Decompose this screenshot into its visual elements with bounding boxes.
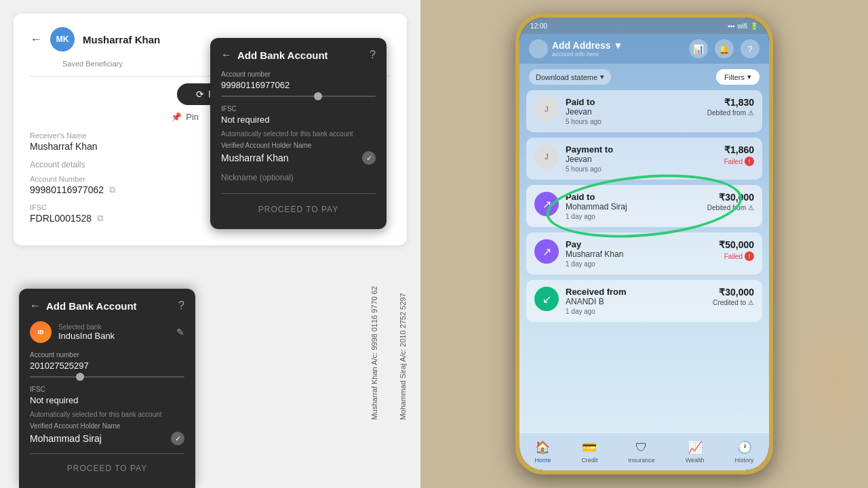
debit-icon-1: ⚠: [748, 109, 754, 117]
tx-amount-1: ₹1,830: [707, 97, 754, 108]
tx-icon-5: ↙: [534, 287, 559, 311]
failed-badge-2: !: [745, 157, 754, 166]
tx-time-3: 1 day ago: [566, 213, 701, 220]
tx-amount-5: ₹30,000: [713, 287, 754, 298]
tx-subtitle-5: ANANDI B: [566, 297, 706, 306]
verified-check-icon: ✓: [362, 151, 376, 165]
download-statement-button[interactable]: Download stateme ▾: [529, 69, 611, 85]
nav-home[interactable]: 🏠 Home: [534, 440, 551, 464]
tx-amount-4: ₹50,000: [719, 239, 754, 250]
ifsc-field-label: IFSC: [221, 105, 376, 113]
filters-button[interactable]: Filters ▾: [716, 69, 760, 85]
phone-app-header: Add Address ▼ account info here 📊 🔔 ?: [519, 34, 769, 64]
bank-selected-row: IB Selected bank IndusInd Bank ✎: [30, 321, 184, 343]
tx-title-4: Pay: [566, 239, 712, 249]
tx-info-4: Pay Musharraf Khan 1 day ago: [566, 239, 712, 268]
copy-account-icon[interactable]: ⧉: [109, 184, 115, 195]
bottom-slider[interactable]: [30, 376, 184, 378]
tx-avatar-2: J: [534, 144, 559, 169]
edit-bank-icon[interactable]: ✎: [176, 327, 184, 338]
avatar: MK: [50, 27, 75, 52]
phone-frame: 12:00 ▪▪▪ wifi 🔋 Ad: [515, 14, 773, 474]
nav-insurance[interactable]: 🛡 Insurance: [628, 441, 655, 464]
verified-row: Musharraf Khan ✓: [221, 151, 376, 165]
app-title: Add Address ▼: [552, 40, 623, 51]
nav-credit[interactable]: 💳 Credit: [581, 440, 597, 464]
wealth-label: Wealth: [686, 457, 705, 464]
user-avatar: [529, 39, 548, 58]
bottom-verified-name: Mohammad Siraj: [30, 433, 102, 444]
account-number-field-label: Account number: [221, 70, 376, 78]
subtitle: account info here: [552, 51, 623, 58]
proceed-pay-button-top[interactable]: PROCEED TO PAY: [221, 201, 376, 218]
tx-info-2: Payment to Jeevan 5 hours ago: [566, 144, 717, 173]
bottom-account-value: 201027525297: [30, 361, 184, 371]
tx-time-1: 5 hours ago: [566, 118, 701, 125]
tx-avatar-1: J: [534, 97, 559, 121]
modal-help-icon[interactable]: ?: [370, 49, 376, 61]
help-icon[interactable]: ?: [741, 39, 760, 58]
verified-name: Musharraf Khan: [221, 152, 289, 163]
wifi-icon: wifi: [738, 22, 747, 30]
transaction-list: J Paid to Jeevan 5 hours ago ₹1,830 Debi…: [519, 90, 769, 322]
credit-icon: 💳: [582, 440, 597, 455]
beneficiary-name: Musharraf Khan: [83, 34, 160, 45]
back-arrow-icon[interactable]: ←: [30, 33, 42, 47]
chart-icon[interactable]: 📊: [689, 39, 708, 58]
bell-icon[interactable]: 🔔: [715, 39, 734, 58]
history-icon: 🕐: [737, 440, 752, 455]
add-bank-modal-top: ← Add Bank Account ? Account number 9998…: [210, 38, 387, 229]
add-bank-modal-bottom: ← Add Bank Account ? IB Selected bank In…: [19, 289, 195, 488]
battery-icon: 🔋: [750, 22, 758, 30]
modal-bottom-help-icon[interactable]: ?: [178, 300, 184, 312]
insurance-label: Insurance: [628, 457, 655, 464]
transaction-item[interactable]: J Paid to Jeevan 5 hours ago ₹1,830 Debi…: [526, 90, 762, 132]
nickname-field[interactable]: Nickname (optional): [221, 173, 376, 182]
selected-bank-name: IndusInd Bank: [58, 331, 170, 341]
pin-label: Pin: [186, 112, 199, 122]
home-icon: 🏠: [535, 440, 550, 455]
pin-button[interactable]: 📌 Pin: [171, 112, 199, 122]
transaction-item[interactable]: ↙ Received from ANANDI B 1 day ago ₹30,0…: [526, 280, 762, 322]
account-slider[interactable]: [221, 96, 376, 97]
header-left: Add Address ▼ account info here: [529, 39, 623, 58]
bottom-verified-row: Mohammad Siraj ✓: [30, 432, 184, 445]
tx-status-4: Failed !: [719, 251, 754, 261]
tx-title-2: Payment to: [566, 144, 717, 155]
modal-bottom-back-icon[interactable]: ←: [30, 300, 41, 312]
modal-back-icon[interactable]: ←: [221, 49, 232, 61]
nav-wealth[interactable]: 📈 Wealth: [686, 440, 705, 464]
tx-right-3: ₹30,000 Debited from ⚠: [707, 192, 754, 211]
tx-status-5: Credited to ⚠: [713, 299, 754, 306]
proceed-pay-button-bottom[interactable]: PROCEED TO PAY: [30, 460, 184, 477]
tx-right-5: ₹30,000 Credited to ⚠: [713, 287, 754, 306]
transaction-item[interactable]: ↗ Pay Musharraf Khan 1 day ago ₹50,000 F…: [526, 232, 762, 274]
auto-note: Automatically selected for this bank acc…: [221, 130, 376, 138]
tx-subtitle-2: Jeevan: [566, 155, 717, 164]
tx-time-5: 1 day ago: [566, 308, 706, 315]
right-panel: 12:00 ▪▪▪ wifi 🔋 Ad: [420, 0, 868, 488]
tx-right-4: ₹50,000 Failed !: [719, 239, 754, 261]
copy-ifsc-icon[interactable]: ⧉: [97, 213, 103, 224]
tx-title-5: Received from: [566, 287, 706, 297]
phone-inner: 12:00 ▪▪▪ wifi 🔋 Ad: [519, 18, 769, 470]
phone-bottom-nav: 🏠 Home 💳 Credit 🛡 Insurance 📈: [519, 432, 769, 470]
filter-icon: ▾: [747, 73, 751, 81]
signal-icon: ▪▪▪: [728, 22, 735, 30]
bottom-verified-check: ✓: [171, 432, 184, 445]
history-label: History: [735, 457, 754, 464]
status-bar: 12:00 ▪▪▪ wifi 🔋: [519, 18, 769, 34]
tx-right-2: ₹1,860 Failed !: [724, 144, 754, 166]
modal-divider: [221, 193, 376, 194]
tx-time-4: 1 day ago: [566, 260, 712, 268]
phone-screen: 12:00 ▪▪▪ wifi 🔋 Ad: [519, 18, 769, 470]
rotated-text-2: Mohammad Siraj A/c: 2010 2752 5297: [399, 286, 407, 420]
tx-subtitle-3: Mohammad Siraj: [566, 202, 701, 211]
selected-bank-label: Selected bank: [58, 323, 170, 331]
tx-info-5: Received from ANANDI B 1 day ago: [566, 287, 706, 315]
nav-history[interactable]: 🕐 History: [735, 440, 754, 464]
hand-overlay: [793, 312, 868, 447]
transaction-item-highlighted[interactable]: ↗ Paid to Mohammad Siraj 1 day ago ₹30,0…: [526, 185, 762, 227]
statement-row: Download stateme ▾ Filters ▾: [519, 64, 769, 90]
transaction-item[interactable]: J Payment to Jeevan 5 hours ago ₹1,860 F…: [526, 138, 762, 180]
